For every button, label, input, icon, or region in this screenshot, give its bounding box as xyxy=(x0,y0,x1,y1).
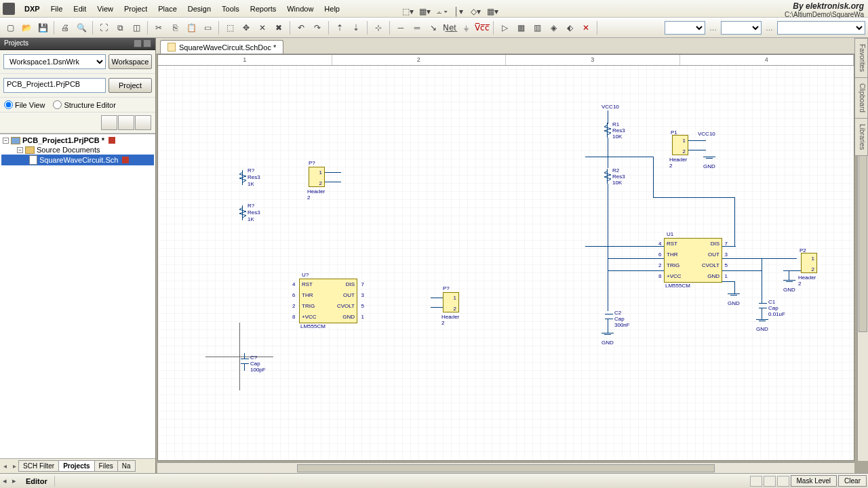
menu-view[interactable]: View xyxy=(92,3,119,15)
ic-u1[interactable]: U1 RSTDIS THROUT TRIGCVOLT +VCCGND LM555… xyxy=(664,238,722,283)
hier-up-icon[interactable]: ⇡ xyxy=(332,20,347,35)
tree-folder[interactable]: − Source Documents xyxy=(1,145,154,155)
part-icon[interactable]: ▷ xyxy=(497,20,512,35)
rubber-icon[interactable]: ▭ xyxy=(200,20,215,35)
select-icon[interactable]: ⬚ xyxy=(222,20,237,35)
status-editor[interactable]: Editor xyxy=(19,476,55,487)
status-prev-icon[interactable]: ◂ xyxy=(0,476,9,485)
panel-tab-filter[interactable]: SCH Filter xyxy=(18,460,59,472)
panel-cfg-icon[interactable] xyxy=(101,115,117,130)
capacitor-c7[interactable]: C? Cap 100pF xyxy=(241,359,249,364)
noerc-icon[interactable]: ✕ xyxy=(578,20,593,35)
filter-select-3[interactable] xyxy=(777,21,865,35)
busent-icon[interactable]: ↘ xyxy=(426,20,441,35)
panel-tab-prev-icon[interactable]: ◂ xyxy=(0,462,9,470)
align-icon[interactable]: ⫠▾ xyxy=(434,4,449,19)
menu-place[interactable]: Place xyxy=(153,3,182,15)
schematic-canvas[interactable]: 1234 R? Res3 1K R? Res3 1K P? 1 xyxy=(157,54,854,461)
menu-edit[interactable]: Edit xyxy=(68,3,92,15)
tree-root[interactable]: − PCB_Project1.PrjPCB * xyxy=(1,136,154,145)
device-icon[interactable]: ◈ xyxy=(546,20,561,35)
status-icon-3[interactable] xyxy=(777,476,789,487)
vcc10-label-top[interactable]: VCC10 xyxy=(601,104,619,110)
tab-clipboard[interactable]: Clipboard xyxy=(854,77,868,119)
menu-project[interactable]: Project xyxy=(119,3,153,15)
filter-select-2[interactable] xyxy=(721,21,762,35)
bus-icon[interactable]: ═ xyxy=(410,20,425,35)
menu-file[interactable]: File xyxy=(45,3,68,15)
project-name-field[interactable]: PCB_Project1.PrjPCB xyxy=(3,78,106,93)
menu-design[interactable]: Design xyxy=(182,3,216,15)
menu-dxp[interactable]: DXP xyxy=(19,3,45,15)
panel-tab-next-icon[interactable]: ▸ xyxy=(9,462,19,470)
project-button[interactable]: Project xyxy=(108,78,152,93)
menu-tools[interactable]: Tools xyxy=(216,3,245,15)
header-p2[interactable]: P2 1 2 Header 2 xyxy=(801,253,817,273)
panel-tab-navigator[interactable]: Na xyxy=(117,460,136,472)
tree-doc-selected[interactable]: SquareWaveCircuit.Sch xyxy=(1,155,154,165)
panel-view2-icon[interactable] xyxy=(135,115,151,130)
project-tree[interactable]: − PCB_Project1.PrjPCB * − Source Documen… xyxy=(0,134,155,458)
cross-icon[interactable]: ⊹ xyxy=(371,20,386,35)
panel-close-icon[interactable] xyxy=(143,39,151,47)
units-icon[interactable]: │▾ xyxy=(451,4,466,19)
workspace-select[interactable]: Workspace1.DsnWrk xyxy=(3,54,106,69)
sheet-icon[interactable]: ▦ xyxy=(513,20,528,35)
tab-libraries[interactable]: Libraries xyxy=(854,118,868,156)
workspace-button[interactable]: Workspace xyxy=(108,54,152,69)
capacitor-c2[interactable]: C2 Cap 300nF xyxy=(605,314,613,319)
mode-select-icon[interactable]: ⬚▾ xyxy=(400,4,415,19)
hier-dn-icon[interactable]: ⇣ xyxy=(349,20,363,35)
status-next-icon[interactable]: ▸ xyxy=(9,476,19,485)
tab-favorites[interactable]: Favorites xyxy=(854,38,868,78)
vcc-icon[interactable]: V̅c̅c̅ xyxy=(475,20,490,35)
status-icon-2[interactable] xyxy=(764,476,776,487)
panel-view1-icon[interactable] xyxy=(118,115,134,130)
panel-pin-icon[interactable] xyxy=(134,39,142,47)
menu-window[interactable]: Window xyxy=(281,3,319,15)
panel-tab-projects[interactable]: Projects xyxy=(58,460,94,472)
clear-button[interactable]: Clear xyxy=(838,475,867,487)
port-icon[interactable]: ⬖ xyxy=(562,20,577,35)
redo-icon[interactable]: ↷ xyxy=(310,20,325,35)
snap-grid-icon[interactable]: ▦▾ xyxy=(417,4,432,19)
file-view-radio[interactable]: File View xyxy=(4,100,45,109)
capacitor-c1[interactable]: C1 Cap 0.01uF xyxy=(759,303,767,308)
undo-icon[interactable]: ↶ xyxy=(294,20,309,35)
resistor-r2[interactable]: R2 Res3 10K xyxy=(604,169,611,184)
status-icon-1[interactable] xyxy=(750,476,762,487)
header-p1[interactable]: P1 1 2 Header 2 xyxy=(672,135,688,155)
netlbl-icon[interactable]: N͟e͟t xyxy=(442,20,457,35)
gnd-icon[interactable]: ⏚ xyxy=(458,20,473,35)
copy-icon[interactable]: ⎘ xyxy=(167,20,182,35)
menu-help[interactable]: Help xyxy=(319,3,345,15)
header-p7[interactable]: P? 1 2 Header 2 xyxy=(309,167,325,187)
move-icon[interactable]: ✥ xyxy=(239,20,254,35)
resistor-r7a[interactable]: R? Res3 1K xyxy=(239,170,246,185)
hscrollbar[interactable] xyxy=(157,462,854,473)
clear-icon[interactable]: ✖ xyxy=(271,20,286,35)
save-icon[interactable]: 💾 xyxy=(35,20,50,35)
menu-reports[interactable]: Reports xyxy=(245,3,282,15)
new-icon[interactable]: ▢ xyxy=(3,20,18,35)
print-icon[interactable]: 🖨 xyxy=(58,20,73,35)
resistor-r1[interactable]: R1 Res3 10K xyxy=(604,123,611,138)
preview-icon[interactable]: 🔍 xyxy=(74,20,89,35)
paste-icon[interactable]: 📋 xyxy=(184,20,199,35)
sheetent-icon[interactable]: ▥ xyxy=(530,20,545,35)
deselect-icon[interactable]: ✕ xyxy=(255,20,270,35)
header-p3[interactable]: P? 1 2 Header 2 xyxy=(443,292,459,312)
zoom-sel-icon[interactable]: ◫ xyxy=(129,20,144,35)
open-icon[interactable]: 📂 xyxy=(19,20,34,35)
structure-editor-radio[interactable]: Structure Editor xyxy=(53,100,115,109)
resistor-r7b[interactable]: R? Res3 1K xyxy=(239,205,246,220)
grid-icon[interactable]: ▦▾ xyxy=(485,4,500,19)
document-tab[interactable]: SquareWaveCircuit.SchDoc * xyxy=(160,40,283,54)
cut-icon[interactable]: ✂ xyxy=(151,20,166,35)
mask-level-button[interactable]: Mask Level xyxy=(791,475,837,487)
panel-tab-files[interactable]: Files xyxy=(94,460,118,472)
shape-icon[interactable]: ◇▾ xyxy=(468,4,483,19)
zoom-area-icon[interactable]: ⧉ xyxy=(113,20,127,35)
zoom-fit-icon[interactable]: ⛶ xyxy=(96,20,111,35)
wire-icon[interactable]: ─ xyxy=(393,20,408,35)
